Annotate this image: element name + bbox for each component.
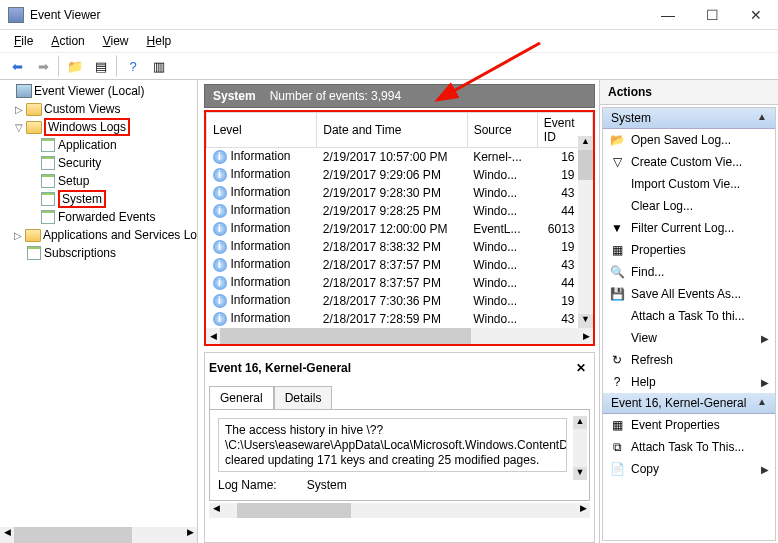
cell-source: Windo...	[467, 256, 537, 274]
menu-action[interactable]: Action	[43, 32, 92, 50]
action-item[interactable]: ⧉Attach Task To This...	[603, 436, 775, 458]
tree-label: Custom Views	[44, 102, 120, 116]
action-icon	[609, 198, 625, 214]
tree-label: Subscriptions	[44, 246, 116, 260]
nav-tree[interactable]: Event Viewer (Local) ▷ Custom Views ▽ Wi…	[0, 80, 198, 543]
action-icon: 💾	[609, 286, 625, 302]
tree-application[interactable]: Application	[2, 136, 197, 154]
tree-windows-logs[interactable]: ▽ Windows Logs	[2, 118, 197, 136]
tree-security[interactable]: Security	[2, 154, 197, 172]
table-row[interactable]: iInformation 2/19/2017 9:28:30 PM Windo.…	[207, 184, 593, 202]
tree-app-services[interactable]: ▷ Applications and Services Lo	[2, 226, 197, 244]
cell-source: Windo...	[467, 166, 537, 184]
show-hide-button[interactable]: 📁	[64, 55, 86, 77]
cell-level: Information	[231, 293, 291, 307]
action-item[interactable]: Clear Log...	[603, 195, 775, 217]
menu-view[interactable]: View	[95, 32, 137, 50]
table-row[interactable]: iInformation 2/18/2017 7:28:59 PM Windo.…	[207, 310, 593, 328]
collapse-icon[interactable]: ▽	[12, 122, 26, 133]
help-button[interactable]: ?	[122, 55, 144, 77]
col-source[interactable]: Source	[467, 113, 537, 148]
cell-level: Information	[231, 311, 291, 325]
action-item[interactable]: ▦Properties	[603, 239, 775, 261]
list-v-scrollbar[interactable]: ▲ ▼	[578, 136, 593, 328]
table-row[interactable]: iInformation 2/18/2017 7:30:36 PM Windo.…	[207, 292, 593, 310]
cell-level: Information	[231, 167, 291, 181]
table-row[interactable]: iInformation 2/19/2017 10:57:00 PM Kerne…	[207, 148, 593, 166]
action-item[interactable]: ▼Filter Current Log...	[603, 217, 775, 239]
cell-level: Information	[231, 275, 291, 289]
detail-v-scrollbar[interactable]: ▲▼	[573, 416, 587, 480]
tree-forwarded[interactable]: Forwarded Events	[2, 208, 197, 226]
action-item[interactable]: Import Custom Vie...	[603, 173, 775, 195]
minimize-button[interactable]: —	[646, 1, 690, 29]
table-row[interactable]: iInformation 2/19/2017 9:29:06 PM Windo.…	[207, 166, 593, 184]
tree-label: Forwarded Events	[58, 210, 155, 224]
action-item[interactable]: ▦Event Properties	[603, 414, 775, 436]
info-icon: i	[213, 222, 227, 236]
actions-section-system[interactable]: System ▲	[603, 108, 775, 129]
submenu-icon: ▶	[761, 464, 769, 475]
tree-root[interactable]: Event Viewer (Local)	[2, 82, 197, 100]
maximize-button[interactable]: ☐	[690, 1, 734, 29]
detail-h-scrollbar[interactable]: ◀ ▶	[209, 503, 590, 518]
event-list[interactable]: Level Date and Time Source Event ID iInf…	[204, 110, 595, 346]
refresh-button[interactable]: ▥	[148, 55, 170, 77]
info-icon: i	[213, 186, 227, 200]
expand-icon[interactable]: ▷	[12, 104, 26, 115]
submenu-icon: ▶	[761, 377, 769, 388]
action-item[interactable]: 💾Save All Events As...	[603, 283, 775, 305]
submenu-icon: ▶	[761, 333, 769, 344]
action-icon	[609, 176, 625, 192]
action-item[interactable]: ?Help▶	[603, 371, 775, 393]
table-row[interactable]: iInformation 2/18/2017 8:37:57 PM Windo.…	[207, 256, 593, 274]
expand-icon[interactable]: ▷	[12, 230, 25, 241]
app-tree-icon	[16, 84, 32, 98]
tab-panel-general: The access history in hive \??\C:\Users\…	[209, 409, 590, 501]
tree-label: Application	[58, 138, 117, 152]
action-item[interactable]: 📄Copy▶	[603, 458, 775, 480]
tree-label: System	[58, 190, 106, 208]
collapse-icon[interactable]: ▲	[757, 111, 767, 125]
cell-level: Information	[231, 239, 291, 253]
col-level[interactable]: Level	[207, 113, 317, 148]
action-icon: ▼	[609, 220, 625, 236]
table-row[interactable]: iInformation 2/19/2017 12:00:00 PM Event…	[207, 220, 593, 238]
section-label: System	[611, 111, 651, 125]
action-item[interactable]: ↻Refresh	[603, 349, 775, 371]
cell-source: Windo...	[467, 184, 537, 202]
action-item[interactable]: View▶	[603, 327, 775, 349]
table-row[interactable]: iInformation 2/18/2017 8:37:57 PM Windo.…	[207, 274, 593, 292]
cell-source: Windo...	[467, 274, 537, 292]
tree-custom-views[interactable]: ▷ Custom Views	[2, 100, 197, 118]
action-item[interactable]: 🔍Find...	[603, 261, 775, 283]
tree-setup[interactable]: Setup	[2, 172, 197, 190]
table-row[interactable]: iInformation 2/18/2017 8:38:32 PM Windo.…	[207, 238, 593, 256]
tree-h-scrollbar[interactable]: ◀ ▶	[0, 527, 197, 543]
menu-help[interactable]: Help	[139, 32, 180, 50]
tree-subscriptions[interactable]: Subscriptions	[2, 244, 197, 262]
tab-details[interactable]: Details	[274, 386, 333, 410]
pane-button[interactable]: ▤	[90, 55, 112, 77]
action-item[interactable]: ▽Create Custom Vie...	[603, 151, 775, 173]
actions-section-event[interactable]: Event 16, Kernel-General ▲	[603, 393, 775, 414]
collapse-icon[interactable]: ▲	[757, 396, 767, 410]
tab-general[interactable]: General	[209, 386, 274, 410]
detail-close-button[interactable]: ✕	[572, 361, 590, 375]
cell-datetime: 2/18/2017 8:37:57 PM	[317, 274, 467, 292]
info-icon: i	[213, 204, 227, 218]
close-button[interactable]: ✕	[734, 1, 778, 29]
menu-file[interactable]: File	[6, 32, 41, 50]
folder-icon	[25, 228, 41, 242]
forward-button[interactable]: ➡	[32, 55, 54, 77]
action-item[interactable]: Attach a Task To thi...	[603, 305, 775, 327]
cell-level: Information	[231, 185, 291, 199]
col-datetime[interactable]: Date and Time	[317, 113, 467, 148]
info-icon: i	[213, 312, 227, 326]
action-icon: 🔍	[609, 264, 625, 280]
back-button[interactable]: ⬅	[6, 55, 28, 77]
tree-system[interactable]: System	[2, 190, 197, 208]
list-h-scrollbar[interactable]: ◀▶	[206, 328, 593, 344]
table-row[interactable]: iInformation 2/19/2017 9:28:25 PM Windo.…	[207, 202, 593, 220]
action-item[interactable]: 📂Open Saved Log...	[603, 129, 775, 151]
